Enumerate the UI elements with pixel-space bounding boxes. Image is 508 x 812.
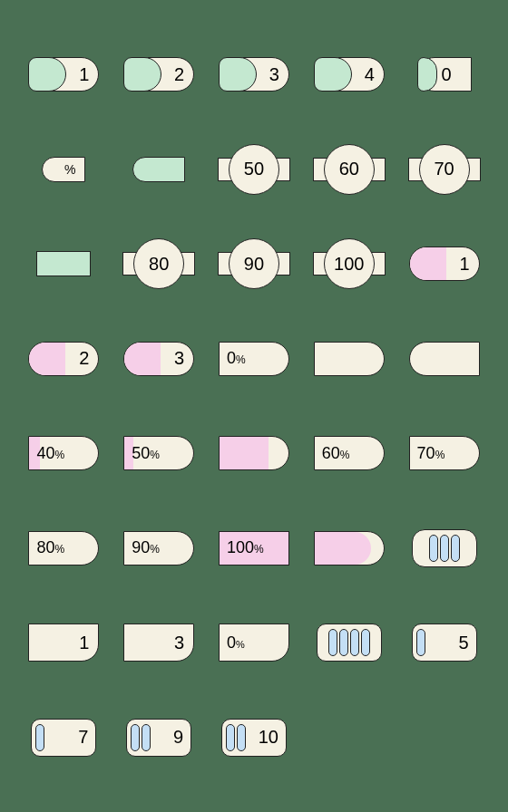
pct-number: 40: [36, 444, 54, 462]
circle-number: 50: [244, 159, 264, 179]
pct-number: 80: [36, 538, 54, 556]
circle-number: 80: [149, 254, 169, 275]
capsule-icon: [429, 535, 438, 562]
circle-number: 90: [244, 254, 264, 275]
capsule-icon: [131, 724, 140, 751]
pct-number: 60: [322, 444, 340, 462]
pct-number: 0: [227, 633, 236, 652]
circle-number: 70: [434, 159, 454, 179]
capsule-num-5: 5: [412, 624, 477, 662]
capsule-icon: [361, 629, 370, 656]
circle-60: 60: [324, 144, 375, 195]
box-number: 10: [259, 727, 278, 748]
green-badge-4: 4: [314, 57, 385, 92]
pct-number: 0: [227, 349, 236, 367]
circle-90: 90: [229, 238, 279, 289]
badge-number: 0: [442, 64, 452, 85]
pct-symbol: %: [340, 449, 350, 461]
pct-number: 70: [417, 444, 435, 462]
percent-50: 50%: [123, 436, 194, 470]
percent-box-0: 0%: [219, 624, 289, 662]
pink-badge-2: 2: [28, 342, 99, 376]
capsule-icon: [339, 629, 348, 656]
capsule-icon: [451, 535, 460, 562]
percent-80: 80%: [28, 531, 99, 566]
circle-80: 80: [133, 238, 184, 289]
pct-symbol: %: [54, 449, 64, 461]
capsule-icon: [142, 724, 151, 751]
pct-symbol: %: [150, 543, 160, 556]
pct-symbol: %: [435, 449, 445, 461]
box-number: 7: [78, 727, 88, 748]
percent-70: 70%: [409, 436, 480, 470]
badge-number: 2: [79, 348, 89, 369]
box-number: 5: [458, 633, 468, 653]
capsule-icon: [35, 724, 44, 751]
capsule-icon: [237, 724, 246, 751]
badge-number: 1: [459, 254, 469, 275]
pct-number: 100: [227, 538, 254, 556]
percent-label: %: [64, 162, 75, 177]
capsule-num-7: 7: [31, 719, 96, 757]
circle-50: 50: [229, 144, 279, 195]
pct-number: 50: [132, 444, 150, 462]
capsule-num-10: 10: [221, 719, 287, 757]
circle-number: 60: [339, 159, 359, 179]
box-number: 3: [174, 633, 184, 653]
green-pill: [132, 157, 185, 182]
pct-symbol: %: [254, 543, 264, 556]
box-number: 9: [173, 727, 183, 748]
capsule-icon: [328, 629, 337, 656]
circle-number: 100: [334, 254, 364, 275]
percent-badge: %: [42, 157, 85, 182]
green-rect: [36, 251, 91, 276]
pct-number: 90: [132, 538, 150, 556]
green-badge-2: 2: [123, 57, 194, 92]
pct-symbol: %: [236, 639, 245, 650]
badge-number: 2: [174, 64, 184, 85]
capsule-icon: [350, 629, 359, 656]
badge-number: 1: [79, 64, 89, 85]
pink-badge-1: 1: [409, 246, 480, 281]
blank-pill-left: [409, 342, 480, 376]
pink-fill-half: [219, 436, 289, 470]
badge-number: 3: [269, 64, 279, 85]
pink-badge-3: 3: [123, 342, 194, 376]
percent-100: 100%: [219, 531, 289, 566]
percent-90: 90%: [123, 531, 194, 566]
icon-grid: 1 2 3 4 0 % 50 60 70 80 90 100 1 2 3 0%: [0, 0, 508, 812]
capsule-box-4: [317, 624, 382, 662]
num-box-3: 3: [123, 624, 194, 662]
capsule-icon: [226, 724, 235, 751]
pct-symbol: %: [54, 543, 64, 556]
circle-70: 70: [419, 144, 470, 195]
blank-pill-right: [314, 342, 385, 376]
capsule-num-9: 9: [126, 719, 191, 757]
pct-symbol: %: [236, 353, 246, 366]
capsule-icon: [440, 535, 449, 562]
badge-number: 3: [174, 348, 184, 369]
green-badge-3: 3: [219, 57, 289, 92]
pink-pill-right: [314, 531, 385, 566]
green-badge-1: 1: [28, 57, 99, 92]
percent-60: 60%: [314, 436, 385, 470]
badge-number: 4: [365, 64, 375, 85]
percent-0: 0%: [219, 342, 289, 376]
pct-symbol: %: [150, 449, 160, 461]
green-badge-0: 0: [417, 57, 472, 92]
capsule-icon: [416, 629, 425, 656]
capsule-box-3: [412, 529, 477, 567]
percent-40: 40%: [28, 436, 99, 470]
circle-100: 100: [324, 238, 375, 289]
num-box-1: 1: [28, 624, 99, 662]
box-number: 1: [79, 633, 89, 653]
